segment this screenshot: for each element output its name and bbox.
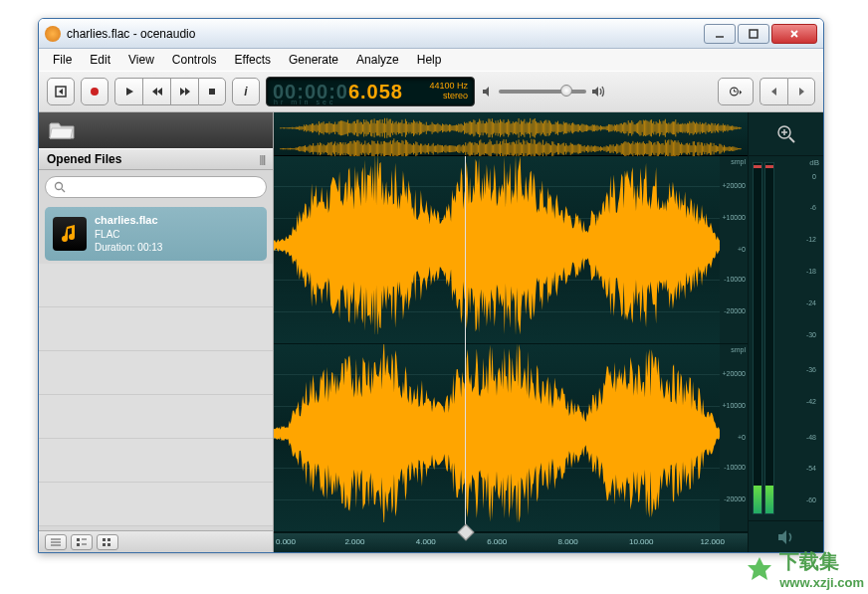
- watermark-text: 下载集: [779, 548, 864, 575]
- speaker-high-icon: [590, 85, 606, 99]
- rewind-button[interactable]: [142, 78, 170, 105]
- menu-controls[interactable]: Controls: [164, 51, 225, 69]
- overview-wave-icon: [280, 115, 742, 161]
- menu-help[interactable]: Help: [409, 51, 450, 69]
- track-left[interactable]: smpl +20000 +10000 +0 -10000 -20000: [274, 156, 748, 344]
- time-unit-labels: hr min sec: [274, 99, 335, 105]
- toolbar: i 00:00:06.058 44100 Hz stereo hr min se…: [39, 71, 823, 112]
- svg-rect-1: [750, 30, 758, 38]
- titlebar[interactable]: charlies.flac - ocenaudio: [39, 19, 823, 49]
- svg-line-23: [62, 189, 65, 192]
- svg-marker-19: [740, 90, 742, 95]
- svg-rect-33: [103, 543, 106, 546]
- record-button[interactable]: [81, 78, 108, 105]
- empty-row: [39, 351, 273, 395]
- menu-edit[interactable]: Edit: [82, 51, 118, 69]
- svg-marker-10: [180, 88, 185, 96]
- empty-row: [39, 395, 273, 439]
- svg-marker-5: [59, 89, 63, 95]
- svg-point-6: [91, 88, 99, 96]
- zoom-in-icon[interactable]: [775, 123, 797, 145]
- volume-slider[interactable]: [499, 90, 586, 94]
- meter-left: [753, 162, 762, 514]
- playhead[interactable]: [465, 156, 466, 532]
- file-meta: charlies.flac FLAC Duration: 00:13: [95, 213, 162, 255]
- play-button[interactable]: [114, 78, 142, 105]
- amplitude-scale-left: smpl +20000 +10000 +0 -10000 -20000: [720, 156, 748, 343]
- window-title: charlies.flac - ocenaudio: [67, 27, 704, 41]
- watermark-logo-icon: [746, 555, 773, 583]
- stop-button[interactable]: [198, 78, 226, 105]
- transport-group: [114, 78, 226, 105]
- detail-view-button[interactable]: [71, 534, 93, 550]
- svg-marker-11: [185, 88, 190, 96]
- sidebar-title: Opened Files: [47, 152, 121, 166]
- svg-marker-8: [152, 88, 157, 96]
- svg-line-36: [789, 137, 794, 142]
- channel-mode: stereo: [429, 92, 468, 101]
- sidebar-footer: [39, 530, 273, 552]
- empty-row: [39, 439, 273, 483]
- svg-rect-32: [108, 538, 110, 541]
- maximize-button[interactable]: [738, 24, 769, 44]
- watermark: 下载集 www.xzji.com: [746, 548, 864, 590]
- forward-button[interactable]: [170, 78, 198, 105]
- sidebar-header: [39, 112, 273, 148]
- db-scale: 0 -6 -12 -18 -24 -30 -36 -42 -48 -54 -60: [776, 162, 819, 514]
- meter-right: [764, 162, 774, 514]
- svg-marker-14: [483, 87, 489, 97]
- watermark-url: www.xzji.com: [779, 575, 864, 590]
- time-ruler[interactable]: 0.000 2.000 4.000 6.000 8.000 10.000 12.…: [274, 532, 748, 552]
- menu-generate[interactable]: Generate: [281, 51, 346, 69]
- svg-point-22: [56, 183, 63, 190]
- app-window: charlies.flac - ocenaudio File Edit View…: [38, 18, 824, 553]
- empty-row: [39, 483, 273, 526]
- menu-view[interactable]: View: [120, 51, 162, 69]
- sidebar-search-wrap: [39, 170, 273, 204]
- svg-rect-12: [209, 89, 215, 95]
- zoom-area: [749, 112, 823, 156]
- music-note-icon: [59, 223, 81, 245]
- nav-forward-button[interactable]: [787, 78, 815, 105]
- file-item-selected[interactable]: charlies.flac FLAC Duration: 00:13: [45, 207, 267, 261]
- menu-effects[interactable]: Effects: [227, 51, 279, 69]
- goto-start-button[interactable]: [47, 78, 75, 105]
- waveform-right-icon: [274, 344, 720, 522]
- file-list: charlies.flac FLAC Duration: 00:13: [39, 204, 273, 530]
- close-button[interactable]: [771, 24, 817, 44]
- menu-file[interactable]: File: [45, 51, 80, 69]
- menu-analyze[interactable]: Analyze: [348, 51, 407, 69]
- svg-text:i: i: [244, 85, 248, 99]
- waveform-left-icon: [274, 156, 720, 334]
- track-right[interactable]: smpl +20000 +10000 +0 -10000 -20000: [274, 344, 748, 532]
- speaker-icon[interactable]: [776, 528, 796, 546]
- file-name: charlies.flac: [95, 213, 162, 228]
- sidebar-title-bar: Opened Files |||: [39, 148, 273, 170]
- empty-row: [39, 307, 273, 351]
- list-view-button[interactable]: [45, 534, 67, 550]
- waveform-area: smpl +20000 +10000 +0 -10000 -20000 smpl: [274, 112, 748, 552]
- search-icon: [54, 181, 66, 193]
- folder-icon: [49, 120, 75, 140]
- svg-marker-15: [592, 87, 598, 97]
- sidebar: Opened Files ||| charlies.flac FLAC Dura…: [39, 112, 274, 552]
- svg-rect-34: [108, 543, 110, 546]
- minimize-button[interactable]: [704, 24, 736, 44]
- meter-body: dB 0 -6 -12 -18 -24 -30 -36 -42 -48 -54 …: [749, 156, 823, 520]
- time-bright: 6.058: [348, 81, 403, 102]
- file-duration: Duration: 00:13: [95, 241, 162, 255]
- file-thumbnail: [53, 217, 87, 251]
- history-button[interactable]: [718, 78, 754, 105]
- sidebar-handle-icon[interactable]: |||: [260, 154, 265, 165]
- app-icon: [45, 26, 61, 42]
- info-button[interactable]: i: [232, 78, 260, 105]
- content-area: Opened Files ||| charlies.flac FLAC Dura…: [39, 112, 823, 552]
- speaker-low-icon: [481, 85, 495, 99]
- svg-marker-20: [771, 88, 776, 96]
- nav-back-button[interactable]: [760, 78, 787, 105]
- search-input[interactable]: [45, 176, 267, 198]
- level-meters: dB 0 -6 -12 -18 -24 -30 -36 -42 -48 -54 …: [748, 112, 823, 552]
- svg-marker-7: [126, 88, 133, 96]
- grid-view-button[interactable]: [97, 534, 118, 550]
- waveform-overview[interactable]: [274, 112, 748, 156]
